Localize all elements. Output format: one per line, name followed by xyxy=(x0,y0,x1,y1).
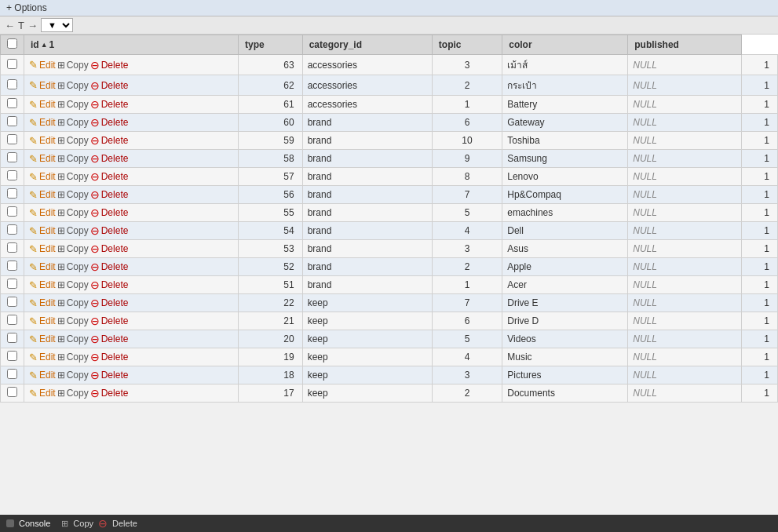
published-cell: 1 xyxy=(741,150,777,168)
color-cell: NULL xyxy=(628,75,741,96)
edit-button[interactable]: Edit xyxy=(39,60,56,71)
category-id-header[interactable]: category_id xyxy=(302,35,432,55)
published-header[interactable]: published xyxy=(628,35,741,55)
delete-button[interactable]: Delete xyxy=(101,117,129,128)
right-arrow[interactable]: → xyxy=(27,20,38,31)
edit-button[interactable]: Edit xyxy=(39,135,56,146)
edit-button[interactable]: Edit xyxy=(39,370,56,381)
row-checkbox[interactable] xyxy=(7,261,17,271)
type-cell: brand xyxy=(302,240,432,258)
copy-button[interactable]: Copy xyxy=(67,135,89,146)
delete-button[interactable]: Delete xyxy=(101,80,129,91)
delete-button[interactable]: Delete xyxy=(101,171,129,182)
row-checkbox-cell xyxy=(1,348,24,366)
edit-button[interactable]: Edit xyxy=(39,352,56,363)
copy-button[interactable]: Copy xyxy=(67,225,89,236)
copy-button[interactable]: Copy xyxy=(67,153,89,164)
delete-button[interactable]: Delete xyxy=(101,261,129,272)
copy-button[interactable]: Copy xyxy=(67,171,89,182)
checkbox-header[interactable] xyxy=(1,35,24,55)
row-checkbox[interactable] xyxy=(7,242,17,253)
row-checkbox[interactable] xyxy=(7,134,17,144)
row-checkbox[interactable] xyxy=(7,206,17,217)
delete-button[interactable]: Delete xyxy=(101,243,129,254)
delete-button[interactable]: Delete xyxy=(101,297,129,308)
row-checkbox[interactable] xyxy=(7,279,17,289)
copy-button[interactable]: Copy xyxy=(67,60,89,71)
copy-button[interactable]: Copy xyxy=(67,117,89,128)
row-checkbox[interactable] xyxy=(7,351,17,361)
row-checkbox[interactable] xyxy=(7,387,17,397)
edit-button[interactable]: Edit xyxy=(39,153,56,164)
copy-button[interactable]: Copy xyxy=(67,207,89,218)
sort-dropdown[interactable]: ▼ xyxy=(41,18,73,32)
row-checkbox[interactable] xyxy=(7,297,17,307)
edit-button[interactable]: Edit xyxy=(39,225,56,236)
topic-cell: Toshiba xyxy=(502,132,628,150)
copy-button[interactable]: Copy xyxy=(67,243,89,254)
copy-button[interactable]: Copy xyxy=(67,352,89,363)
copy-button[interactable]: Copy xyxy=(67,370,89,381)
copy-button[interactable]: Copy xyxy=(67,99,89,110)
edit-button[interactable]: Edit xyxy=(39,315,56,326)
edit-button[interactable]: Edit xyxy=(39,99,56,110)
edit-button[interactable]: Edit xyxy=(39,189,56,200)
row-checkbox[interactable] xyxy=(7,188,17,199)
copy-button[interactable]: Copy xyxy=(67,189,89,200)
color-header[interactable]: color xyxy=(502,35,628,55)
type-header[interactable]: type xyxy=(238,35,302,55)
row-checkbox[interactable] xyxy=(7,79,17,89)
copy-button[interactable]: Copy xyxy=(67,333,89,344)
published-cell: 1 xyxy=(741,312,777,330)
copy-button[interactable]: Copy xyxy=(67,388,89,399)
left-arrow[interactable]: ← xyxy=(5,20,15,31)
type-cell: brand xyxy=(302,276,432,294)
edit-button[interactable]: Edit xyxy=(39,243,56,254)
delete-icon: ⊖ xyxy=(90,315,100,327)
edit-button[interactable]: Edit xyxy=(39,279,56,290)
edit-button[interactable]: Edit xyxy=(39,333,56,344)
copy-button[interactable]: Copy xyxy=(67,80,89,91)
edit-button[interactable]: Edit xyxy=(39,388,56,399)
row-checkbox[interactable] xyxy=(7,224,17,235)
edit-button[interactable]: Edit xyxy=(39,80,56,91)
topic-header[interactable]: topic xyxy=(432,35,502,55)
delete-button[interactable]: Delete xyxy=(101,99,129,110)
select-all-checkbox[interactable] xyxy=(7,38,17,49)
topic-cell: Acer xyxy=(502,276,628,294)
row-checkbox[interactable] xyxy=(7,152,17,162)
edit-button[interactable]: Edit xyxy=(39,171,56,182)
row-checkbox[interactable] xyxy=(7,98,17,108)
copy-button[interactable]: Copy xyxy=(67,261,89,272)
row-checkbox[interactable] xyxy=(7,170,17,180)
delete-button[interactable]: Delete xyxy=(101,153,129,164)
row-checkbox[interactable] xyxy=(7,59,17,69)
table-row: ✎ Edit ⊞ Copy ⊖ Delete 58brand9SamsungNU… xyxy=(1,150,778,168)
edit-button[interactable]: Edit xyxy=(39,261,56,272)
delete-button[interactable]: Delete xyxy=(101,225,129,236)
row-checkbox[interactable] xyxy=(7,116,17,126)
delete-button[interactable]: Delete xyxy=(101,315,129,326)
delete-button[interactable]: Delete xyxy=(101,279,129,290)
copy-button[interactable]: Copy xyxy=(67,279,89,290)
delete-button[interactable]: Delete xyxy=(101,207,129,218)
copy-button[interactable]: Copy xyxy=(67,297,89,308)
copy-button[interactable]: Copy xyxy=(67,315,89,326)
row-checkbox[interactable] xyxy=(7,315,17,325)
delete-button[interactable]: Delete xyxy=(101,60,129,71)
action-cell: ✎ Edit ⊞ Copy ⊖ Delete xyxy=(24,294,239,312)
delete-button[interactable]: Delete xyxy=(101,388,129,399)
row-checkbox[interactable] xyxy=(7,369,17,379)
delete-button[interactable]: Delete xyxy=(101,352,129,363)
edit-button[interactable]: Edit xyxy=(39,117,56,128)
delete-button[interactable]: Delete xyxy=(101,370,129,381)
pencil-icon: ✎ xyxy=(29,135,38,147)
edit-button[interactable]: Edit xyxy=(39,207,56,218)
edit-button[interactable]: Edit xyxy=(39,297,56,308)
options-link[interactable]: + Options xyxy=(6,2,47,13)
delete-button[interactable]: Delete xyxy=(101,135,129,146)
id-header[interactable]: id ▲ 1 xyxy=(24,35,239,55)
row-checkbox[interactable] xyxy=(7,333,17,343)
delete-button[interactable]: Delete xyxy=(101,189,129,200)
delete-button[interactable]: Delete xyxy=(101,333,129,344)
